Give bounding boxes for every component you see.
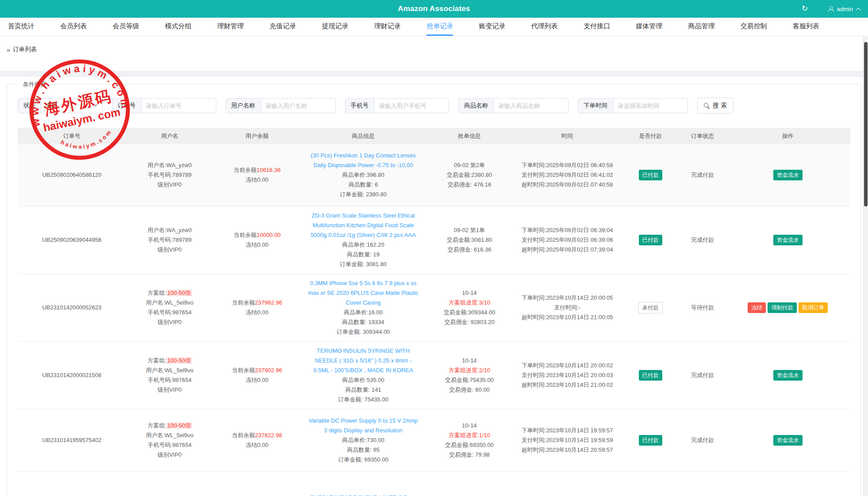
expire-time: 超时时间:2025年09月02日 07:40:58 <box>515 180 620 190</box>
user-level-line: 级别VIP0 <box>128 385 212 395</box>
nav-item-4[interactable]: 模式分组 <box>165 18 192 36</box>
cell-balance: 当前余额237822.98冻结0.00 <box>213 426 301 454</box>
table-body: UB2509020640586120用户名:WA_yzw0手机号码:789789… <box>18 144 850 496</box>
chevron-up-icon <box>856 8 860 12</box>
nav-item-1[interactable]: 首页统计 <box>8 18 35 36</box>
product-unit-price: 商品单价:535.00 <box>303 375 424 385</box>
nav-item-13[interactable]: 媒体管理 <box>636 18 662 36</box>
product-unit-price: 商品单价:16.00 <box>303 308 424 317</box>
cell-time: 下单时间:2025年09月02日 06:40:58支付时间:2025年09月02… <box>513 156 622 194</box>
cell-time: 下单时间:2023年10月14日 19:55:13 <box>513 493 622 496</box>
cell-grab-info: 10-14方案组进度:3/10交易金额:309344.00交易佣金: 92803… <box>426 284 513 332</box>
nav-item-7[interactable]: 提现记录 <box>322 18 349 36</box>
filter-label-order-no: 订单号 <box>112 98 141 113</box>
action-button-amber[interactable]: 取消订单 <box>799 302 828 313</box>
filter-input-product-name[interactable] <box>493 98 568 113</box>
user-level-line: 级别VIP0 <box>128 180 212 190</box>
action-button-teal[interactable]: 强制付款 <box>768 302 797 313</box>
pay-time: 支付时间:2023年10月14日 19:59:59 <box>515 435 620 445</box>
nav-item-3[interactable]: 会员等级 <box>113 18 139 36</box>
cell-product-info: BUBBLE WRAP DOUBLE LAYER 0.5m x 100m (CL… <box>301 488 426 496</box>
filter-user-name: 用户名称 <box>226 98 336 113</box>
cell-user-info: 用户名:WA_yzw0手机号码:789789级别VIP0 <box>126 156 214 194</box>
column-header-4: 商品信息 <box>301 132 426 140</box>
product-link[interactable]: (30 Pcs) Freshkon 1 Day Contact Lenses D… <box>308 151 419 170</box>
search-button[interactable]: 搜 索 <box>697 98 734 114</box>
cell-order-no: UB2509020639044956 <box>18 231 126 249</box>
balance-label: 当前余额 <box>232 299 255 306</box>
vertical-scrollbar[interactable] <box>863 36 868 496</box>
nav-item-5[interactable]: 理财管理 <box>217 18 244 36</box>
balance-label: 当前余额 <box>232 367 255 374</box>
commission: 交易佣金: 616.36 <box>427 245 511 255</box>
nav-item-12[interactable]: 支付接口 <box>584 18 610 36</box>
filter-input-order-time[interactable] <box>613 98 688 113</box>
cell-order-no: UB2310141959575402 <box>18 431 126 450</box>
cell-grab-info: 09-02 第2单交易金额:2380.80交易佣金: 476.16 <box>426 156 513 194</box>
action-button-teal[interactable]: 资金流水 <box>773 170 803 180</box>
paid-badge: 未付款 <box>638 302 663 313</box>
filter-select-status[interactable]: 全部 <box>41 98 103 113</box>
cell-actions: 资金流水 <box>726 165 850 185</box>
column-header-9: 操作 <box>726 132 850 140</box>
product-link[interactable]: BUBBLE WRAP DOUBLE LAYER 0.5m x 100m (CL… <box>308 493 419 496</box>
product-quantity: 商品数量: 19 <box>303 250 424 259</box>
user-plan-group: 方案组:100-50倍 <box>128 356 212 366</box>
user-name: admin <box>837 6 853 12</box>
filter-input-order-no[interactable] <box>141 98 216 113</box>
topbar: Amazon Associates ↻ admin <box>0 0 868 18</box>
nav-item-10[interactable]: 账变记录 <box>479 18 505 36</box>
nav-item-2[interactable]: 会员列表 <box>60 18 87 36</box>
cell-balance: 当前余额237962.96冻结0.00 <box>213 294 301 322</box>
cell-grab-info: 10-14 <box>426 493 513 496</box>
nav-item-15[interactable]: 交易控制 <box>741 18 767 36</box>
user-phone-line: 手机号码:789789 <box>128 235 212 245</box>
action-button-teal[interactable]: 资金流水 <box>773 235 803 245</box>
pay-time: 支付时间:- <box>515 303 620 313</box>
product-quantity: 商品数量: 95 <box>303 445 424 455</box>
column-header-8: 订单状态 <box>680 132 726 140</box>
plan-group-value: 100-50倍 <box>166 422 192 429</box>
nav-item-14[interactable]: 商品管理 <box>688 18 714 36</box>
nav-item-6[interactable]: 充值记录 <box>269 18 296 36</box>
balance-line: 当前余额237902.96 <box>215 366 299 375</box>
nav-item-8[interactable]: 理财记录 <box>374 18 401 36</box>
plan-group-value: 100-50倍 <box>166 290 192 296</box>
scrollbar-thumb[interactable] <box>864 42 868 206</box>
nav-item-11[interactable]: 代理列表 <box>531 18 558 36</box>
order-time: 下单时间:2025年09月02日 06:39:04 <box>515 225 620 235</box>
action-button-teal[interactable]: 资金流水 <box>773 370 803 381</box>
cell-paid-status: 已付款 <box>621 230 680 250</box>
filter-input-phone[interactable] <box>374 98 449 113</box>
breadcrumb-label: 订单列表 <box>13 46 37 53</box>
product-link[interactable]: ZD-3 Gram Scale Stainless Steel Ethical … <box>308 211 419 240</box>
table-row: UB2310141959575402方案组:100-50倍用户名:WL_5el9… <box>18 409 850 472</box>
user-menu[interactable]: admin <box>828 6 860 12</box>
column-header-3: 用户余额 <box>213 132 301 140</box>
plan-group-label: 方案组: <box>147 290 166 296</box>
product-quantity: 商品数量: 141 <box>303 385 424 395</box>
action-button-red[interactable]: 冻结 <box>748 302 766 313</box>
table-row: UB2509020640586120用户名:WA_yzw0手机号码:789789… <box>18 144 850 206</box>
nav-item-16[interactable]: 客服列表 <box>793 18 819 36</box>
nav-item-9[interactable]: 抢单记录 <box>426 18 453 36</box>
paid-badge: 已付款 <box>639 435 663 446</box>
user-name-line: 用户名:WL_5el9vo <box>128 366 212 375</box>
product-unit-price: 商品单价:730.00 <box>303 435 424 445</box>
cell-balance: 当前余额10616.36冻结0.00 <box>213 161 301 189</box>
product-link[interactable]: Variable DC Power Supply 0 to 15 V 2Amp … <box>308 416 419 435</box>
product-link[interactable]: 0.3MM iPhone 5se 5 5s 6 6s 7 8 plus x xs… <box>308 279 419 308</box>
balance-value: 237902.96 <box>255 367 282 374</box>
trade-amount: 交易金额:75435.00 <box>427 375 511 385</box>
filter-input-user-name[interactable] <box>261 98 336 113</box>
table-row: UB2310142000052623方案组:100-50倍用户名:WL_5el9… <box>18 274 850 342</box>
cell-time: 下单时间:2023年10月14日 20:00:05支付时间:-超时时间:2023… <box>513 289 622 327</box>
cell-order-status: 完成付款 <box>680 166 726 184</box>
product-link[interactable]: TERUMO INSULIN SYRINGE WITH NEEDLE ( 31G… <box>308 346 419 375</box>
user-level-line: 级别VIP0 <box>128 450 212 460</box>
refresh-icon[interactable]: ↻ <box>802 0 808 18</box>
cell-order-status: 完成付款 <box>680 431 726 450</box>
cell-actions: 资金流水 <box>726 366 850 385</box>
filter-order-time: 下单时间 <box>578 98 688 113</box>
action-button-teal[interactable]: 资金流水 <box>773 435 803 446</box>
